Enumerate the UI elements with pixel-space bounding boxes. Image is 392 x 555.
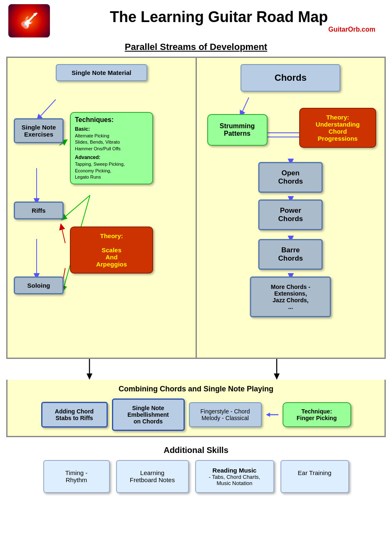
logo-image (8, 4, 50, 37)
left-stream-inner: Single Note Material Single Note Exercis… (14, 64, 189, 347)
fingerstyle-box: Fingerstyle - Chord Melody - Classical (189, 402, 262, 427)
additional-boxes: Timing -Rhythm LearningFretboard Notes R… (12, 460, 380, 493)
single-note-embellishment-box: Single NoteEmbellishmenton Chords (112, 398, 185, 431)
arrow-finger-picking (266, 411, 278, 419)
parallel-heading: Parallel Streams of Development (0, 42, 392, 52)
combining-title: Combining Chords and Single Note Playing (14, 385, 378, 393)
adding-chord-label: Adding ChordStabs to Riffs (55, 408, 94, 421)
open-chords-box: OpenChords (258, 162, 323, 193)
combining-boxes: Adding ChordStabs to Riffs Single NoteEm… (14, 398, 378, 431)
reading-music-box: Reading Music - Tabs, Chord Charts,Music… (195, 460, 274, 493)
more-chords-label: More Chords -Extensions,Jazz Chords,... (271, 284, 310, 310)
svg-marker-20 (266, 413, 270, 417)
theory-prog-label: Theory:UnderstandingChordProgressions (316, 114, 360, 142)
svg-line-0 (39, 100, 56, 118)
main-container: Single Note Material Single Note Exercis… (0, 57, 392, 497)
basic-title: Basic: (75, 126, 148, 132)
fingerstyle-label: Fingerstyle - Chord Melody - Classical (200, 408, 250, 421)
additional-title: Additional Skills (12, 445, 380, 455)
reading-music-title: Reading Music (200, 467, 269, 474)
header: The Learning Guitar Road Map GuitarOrb.c… (0, 0, 392, 40)
combining-section: Combining Chords and Single Note Playing… (6, 380, 386, 437)
ear-training-box: Ear Training (280, 460, 349, 493)
strumming-patterns-box: StrummingPatterns (207, 114, 268, 146)
svg-line-6 (62, 226, 65, 243)
reading-music-sub: - Tabs, Chord Charts,Music Notation (200, 474, 269, 486)
adding-chord-stabs-box: Adding ChordStabs to Riffs (41, 402, 108, 428)
theory-scales-label: Theory:ScalesAndArpeggios (96, 232, 127, 268)
soloing-box: Soloing (14, 276, 64, 294)
theory-scales-box: Theory:ScalesAndArpeggios (70, 226, 153, 274)
single-note-exercises-box: Single Note Exercises (14, 118, 64, 143)
connector-area (6, 359, 386, 380)
barre-chords-label: BarreChords (278, 246, 303, 262)
strumming-label: StrummingPatterns (220, 122, 255, 137)
timing-rhythm-box: Timing -Rhythm (43, 460, 110, 493)
chords-title-box: Chords (241, 64, 340, 92)
power-chords-label: PowerChords (278, 207, 303, 223)
svg-marker-18 (274, 373, 280, 380)
site-url: GuitarOrb.com (54, 26, 384, 33)
finger-picking-box: Technique:Finger Picking (283, 402, 351, 427)
finger-picking-label: Technique:Finger Picking (297, 408, 337, 421)
timing-label: Timing -Rhythm (65, 469, 88, 483)
additional-section: Additional Skills Timing -Rhythm Learnin… (6, 441, 386, 497)
basic-text: Alternate PickingSlides, Bends, VibratoH… (75, 133, 148, 152)
single-note-material-box: Single Note Material (56, 64, 147, 81)
main-title: The Learning Guitar Road Map (54, 8, 384, 26)
more-chords-box: More Chords -Extensions,Jazz Chords,... (250, 276, 331, 317)
power-chords-box: PowerChords (258, 199, 323, 230)
open-chords-label: OpenChords (278, 169, 303, 185)
ear-training-label: Ear Training (298, 469, 332, 476)
learning-fret-label: LearningFretboard Notes (130, 469, 175, 483)
techniques-box: Techniques: Basic: Alternate PickingSlid… (70, 112, 153, 184)
riffs-box: Riffs (14, 202, 64, 219)
right-stream: Chords StrummingPatterns Theory:Understa… (197, 58, 385, 358)
connector-arrows-svg (6, 359, 386, 380)
techniques-title: Techniques: (75, 116, 148, 124)
left-stream: Single Note Material Single Note Exercis… (7, 58, 197, 358)
single-note-emb-label: Single NoteEmbellishmenton Chords (127, 405, 169, 425)
svg-marker-16 (87, 373, 92, 380)
barre-chords-box: BarreChords (258, 239, 323, 270)
top-section: Single Note Material Single Note Exercis… (6, 57, 386, 359)
advanced-title: Advanced: (75, 154, 148, 160)
right-stream-inner: Chords StrummingPatterns Theory:Understa… (203, 64, 379, 347)
svg-line-4 (63, 195, 90, 218)
advanced-text: Tapping, Sweep Picking,Economy Picking,L… (75, 161, 148, 180)
header-title-area: The Learning Guitar Road Map GuitarOrb.c… (50, 8, 384, 33)
left-arrow-svg (266, 411, 278, 419)
theory-chord-progressions-box: Theory:UnderstandingChordProgressions (299, 108, 376, 148)
svg-line-8 (241, 97, 248, 114)
learning-fretboard-box: LearningFretboard Notes (116, 460, 189, 493)
